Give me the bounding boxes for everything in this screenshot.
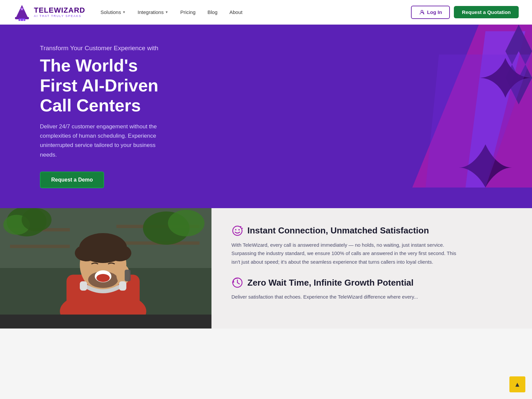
nav-blog[interactable]: Blog xyxy=(203,7,222,18)
svg-rect-4 xyxy=(20,19,21,21)
login-icon xyxy=(419,9,425,15)
svg-marker-44 xyxy=(232,280,234,283)
logo-icon xyxy=(13,4,31,21)
svg-point-35 xyxy=(235,229,236,230)
svg-point-34 xyxy=(233,226,242,235)
svg-rect-32 xyxy=(80,281,87,291)
scroll-to-top-button[interactable]: ▲ xyxy=(509,376,525,392)
person-image xyxy=(0,208,211,315)
bottom-section: Instant Connection, Unmatched Satisfacti… xyxy=(0,208,532,329)
clock-arrow-icon xyxy=(231,277,243,289)
svg-point-26 xyxy=(108,245,131,261)
hero-image-panel xyxy=(0,208,211,329)
svg-point-20 xyxy=(168,210,204,236)
svg-point-18 xyxy=(22,208,52,231)
svg-point-36 xyxy=(238,229,240,230)
logo[interactable]: TELEWIZARD AI THAT TRULY SPEAKS xyxy=(13,4,85,21)
feature2-title: Zero Wait Time, Infinite Growth Potentia… xyxy=(247,278,414,288)
nav-solutions[interactable]: Solutions ▼ xyxy=(96,7,130,18)
arrow-up-icon: ▲ xyxy=(514,381,521,388)
chevron-down-icon: ▼ xyxy=(165,10,168,14)
svg-rect-31 xyxy=(125,270,131,281)
feature1-header: Instant Connection, Unmatched Satisfacti… xyxy=(231,225,512,237)
navbar: TELEWIZARD AI THAT TRULY SPEAKS Solution… xyxy=(0,0,532,25)
hero-content: Transform Your Customer Experience with … xyxy=(0,25,200,208)
brand-tagline: AI THAT TRULY SPEAKS xyxy=(34,15,85,18)
svg-line-43 xyxy=(237,283,239,284)
svg-marker-0 xyxy=(16,5,28,18)
nav-links: Solutions ▼ Integrations ▼ Pricing Blog … xyxy=(96,7,247,18)
smiley-icon xyxy=(231,225,243,237)
svg-rect-5 xyxy=(23,19,24,21)
feature-instant-connection: Instant Connection, Unmatched Satisfacti… xyxy=(231,225,512,266)
navbar-right: Log In Request a Quotation xyxy=(411,6,519,19)
svg-point-25 xyxy=(75,245,98,261)
feature2-description: Deliver satisfaction that echoes. Experi… xyxy=(231,293,464,301)
login-button[interactable]: Log In xyxy=(411,6,450,19)
svg-point-6 xyxy=(421,10,423,12)
features-panel: Instant Connection, Unmatched Satisfacti… xyxy=(211,208,532,329)
brand-name: TELEWIZARD xyxy=(34,6,85,14)
feature1-title: Instant Connection, Unmatched Satisfacti… xyxy=(247,225,429,236)
svg-rect-13 xyxy=(10,245,70,248)
logo-text: TELEWIZARD AI THAT TRULY SPEAKS xyxy=(34,6,85,18)
feature2-header: Zero Wait Time, Infinite Growth Potentia… xyxy=(231,277,512,289)
feature-zero-wait: Zero Wait Time, Infinite Growth Potentia… xyxy=(231,277,512,301)
request-demo-button[interactable]: Request a Demo xyxy=(40,172,104,188)
nav-integrations[interactable]: Integrations ▼ xyxy=(133,7,173,18)
hero-description: Deliver 24/7 customer engagement without… xyxy=(40,122,160,159)
navbar-left: TELEWIZARD AI THAT TRULY SPEAKS Solution… xyxy=(13,4,247,21)
svg-rect-33 xyxy=(119,281,126,291)
request-quotation-button[interactable]: Request a Quotation xyxy=(454,6,519,18)
hero-title: The World's First AI-Driven Call Centers xyxy=(40,56,160,115)
hero-subtitle: Transform Your Customer Experience with xyxy=(40,45,160,52)
feature1-description: With TeleWizard, every call is answered … xyxy=(231,241,464,266)
svg-point-29 xyxy=(96,274,110,282)
nav-pricing[interactable]: Pricing xyxy=(176,7,200,18)
hero-section: Transform Your Customer Experience with … xyxy=(0,25,532,208)
hero-background-graphic xyxy=(299,25,532,188)
chevron-down-icon: ▼ xyxy=(122,10,126,14)
nav-about[interactable]: About xyxy=(225,7,247,18)
